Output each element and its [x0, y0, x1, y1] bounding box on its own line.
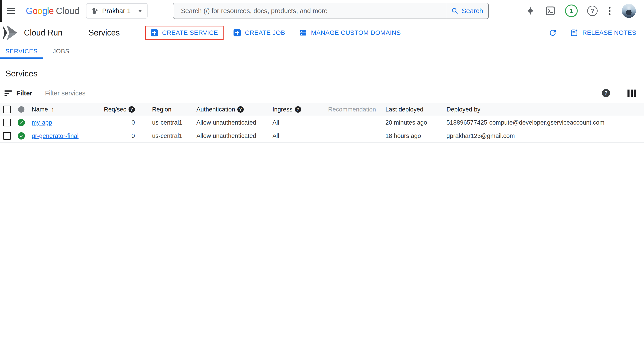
cloud-console-app: G o o g l e Cloud Prakhar 1: [0, 0, 644, 355]
help-icon[interactable]: [295, 106, 301, 113]
filter-bar: Filter: [0, 86, 644, 100]
product-header: Cloud Run Services CREATE SERVICE CREATE…: [0, 22, 644, 44]
page-title: Services: [6, 69, 644, 78]
annotation-box: CREATE SERVICE: [145, 26, 224, 40]
column-label: Name: [32, 106, 48, 113]
help-icon[interactable]: [237, 106, 244, 113]
table-header-row: Name Req/sec Region Authentication Ingre…: [0, 103, 644, 116]
notification-count-badge: 1: [570, 7, 573, 14]
plus-icon: [151, 29, 158, 36]
refresh-button[interactable]: [548, 28, 557, 37]
cell-req-sec: 0: [97, 132, 135, 139]
cell-deployed-by: 518896577425-compute@developer.gservicea…: [446, 119, 644, 126]
menu-icon[interactable]: [7, 8, 16, 14]
help-icon[interactable]: [587, 6, 598, 16]
service-link[interactable]: my-app: [32, 119, 52, 126]
column-label: Authentication: [196, 106, 235, 113]
logo-letter: o: [32, 6, 37, 16]
project-hexagons-icon: [92, 7, 99, 14]
tab-jobs[interactable]: JOBS: [43, 44, 79, 59]
cell-region: us-central1: [135, 119, 196, 126]
search-button[interactable]: Search: [446, 3, 488, 18]
chevron-down-icon: [138, 10, 142, 12]
manage-custom-domains-button[interactable]: MANAGE CUSTOM DOMAINS: [300, 29, 401, 36]
help-icon[interactable]: [128, 106, 135, 113]
divider: [619, 88, 619, 98]
create-job-button[interactable]: CREATE JOB: [234, 29, 285, 36]
logo-letter: l: [47, 6, 49, 16]
status-ok-icon: [18, 132, 25, 139]
column-header-authentication[interactable]: Authentication: [196, 106, 270, 113]
status-ok-icon: [18, 119, 25, 126]
cell-ingress: All: [270, 132, 328, 139]
search-input[interactable]: [173, 3, 446, 18]
corner-gradient: [0, 224, 122, 355]
cell-authentication: Allow unauthenticated: [196, 119, 270, 126]
active-tab-indicator: [0, 57, 43, 59]
cloud-shell-icon[interactable]: [545, 6, 556, 16]
column-header-name[interactable]: Name: [30, 106, 97, 113]
logo-letter: o: [37, 6, 42, 16]
column-header-ingress[interactable]: Ingress: [270, 106, 328, 113]
cell-req-sec: 0: [97, 119, 135, 126]
service-link[interactable]: qr-generator-final: [32, 132, 78, 139]
create-service-button[interactable]: CREATE SERVICE: [151, 29, 218, 36]
select-all-checkbox[interactable]: [3, 106, 11, 113]
window-edge: [0, 0, 2, 22]
gemini-sparkle-icon[interactable]: [525, 6, 536, 16]
manage-custom-domains-label: MANAGE CUSTOM DOMAINS: [311, 29, 401, 36]
project-name: Prakhar 1: [102, 7, 131, 15]
cell-last-deployed: 18 hours ago: [385, 132, 446, 139]
filter-input[interactable]: [44, 89, 249, 97]
notifications-button[interactable]: 1: [565, 4, 578, 17]
top-bar: G o o g l e Cloud Prakhar 1: [0, 0, 644, 22]
main-content: Services Filter Name Req/sec: [0, 69, 644, 143]
column-label: Ingress: [272, 106, 292, 113]
kebab-menu-icon[interactable]: [607, 7, 612, 15]
logo-cloud-text: Cloud: [56, 6, 80, 16]
plus-icon: [234, 29, 241, 36]
cell-deployed-by: gprakhar123@gmail.com: [446, 132, 644, 139]
cell-authentication: Allow unauthenticated: [196, 132, 270, 139]
column-label: Deployed by: [446, 106, 480, 113]
google-cloud-logo[interactable]: G o o g l e Cloud: [26, 6, 80, 16]
column-label: Recommendation: [328, 106, 376, 113]
column-label: Region: [152, 106, 172, 113]
column-header-region[interactable]: Region: [135, 106, 196, 113]
logo-letter: e: [49, 6, 54, 16]
tab-services-label: SERVICES: [6, 48, 38, 55]
column-label: Req/sec: [104, 106, 126, 113]
user-avatar[interactable]: [622, 4, 636, 18]
create-service-label: CREATE SERVICE: [162, 29, 218, 36]
create-job-label: CREATE JOB: [245, 29, 285, 36]
project-selector[interactable]: Prakhar 1: [86, 3, 148, 18]
table-help-icon[interactable]: [602, 89, 610, 97]
filter-icon: [4, 90, 12, 96]
release-notes-label: RELEASE NOTES: [582, 29, 636, 36]
product-title: Cloud Run: [24, 28, 62, 37]
refresh-icon: [548, 28, 557, 37]
release-notes-icon: [570, 29, 578, 37]
logo-letter: g: [42, 6, 47, 16]
global-search: Search: [173, 3, 489, 19]
column-header-req-sec[interactable]: Req/sec: [97, 106, 135, 113]
logo-letter: G: [26, 6, 32, 16]
topbar-actions: 1: [525, 0, 636, 22]
tab-bar: SERVICES JOBS: [0, 44, 644, 59]
column-header-deployed-by[interactable]: Deployed by: [446, 106, 644, 113]
cloud-run-logo: [2, 25, 18, 40]
row-checkbox[interactable]: [3, 132, 11, 140]
table-row: my-app 0 us-central1 Allow unauthenticat…: [0, 116, 644, 129]
column-label: Last deployed: [385, 106, 423, 113]
column-display-icon[interactable]: [628, 89, 636, 97]
page-name: Services: [88, 28, 120, 37]
column-header-recommendation: Recommendation: [328, 106, 385, 113]
release-notes-button[interactable]: RELEASE NOTES: [570, 29, 636, 37]
header-right-actions: RELEASE NOTES: [548, 22, 636, 44]
status-column-icon: [18, 106, 24, 113]
search-icon: [451, 7, 458, 14]
column-header-last-deployed[interactable]: Last deployed: [385, 106, 446, 113]
row-checkbox[interactable]: [3, 119, 11, 126]
tab-services[interactable]: SERVICES: [0, 44, 43, 59]
cell-last-deployed: 20 minutes ago: [385, 119, 446, 126]
